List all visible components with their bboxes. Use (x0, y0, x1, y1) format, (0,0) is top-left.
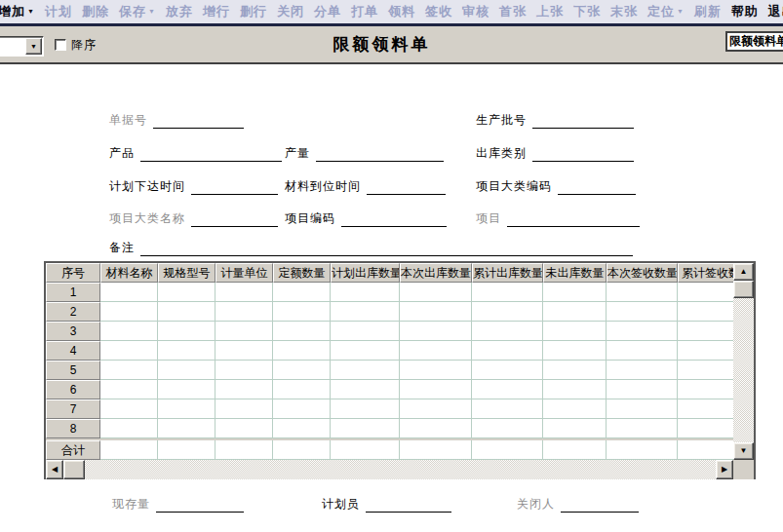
grid-cell[interactable] (400, 419, 472, 438)
grid-cell[interactable] (331, 380, 400, 399)
grid-cell[interactable] (100, 440, 158, 460)
grid-column-header[interactable]: 材料名称 (100, 263, 158, 283)
grid-column-header[interactable]: 未出库数量 (543, 263, 607, 283)
grid-cell[interactable] (215, 361, 273, 380)
scroll-left-icon[interactable]: ◀ (46, 460, 63, 479)
grid-column-header[interactable]: 序号 (46, 263, 100, 283)
grid-cell[interactable] (607, 419, 678, 438)
grid-cell[interactable] (273, 419, 331, 438)
grid-cell[interactable] (543, 361, 607, 380)
grid-cell[interactable] (100, 399, 158, 419)
grid-cell[interactable] (100, 302, 158, 322)
grid-cell[interactable] (472, 399, 543, 419)
grid-cell[interactable] (400, 302, 472, 322)
grid-cell[interactable] (607, 341, 678, 361)
grid-column-header[interactable]: 累计出库数量 (472, 263, 543, 283)
grid-row-header[interactable]: 5 (46, 361, 100, 380)
grid-cell[interactable] (158, 440, 215, 460)
grid-cell[interactable] (100, 380, 158, 399)
grid-cell[interactable] (215, 419, 273, 438)
grid-column-header[interactable]: 定额数量 (273, 263, 331, 283)
planner-input[interactable] (366, 499, 451, 513)
scroll-right-icon[interactable]: ▶ (716, 460, 733, 479)
horizontal-scroll-thumb[interactable] (63, 460, 85, 479)
remark-input[interactable] (140, 243, 633, 256)
product-input[interactable] (140, 148, 282, 162)
proj-class-code-input[interactable] (558, 181, 636, 195)
grid-column-header[interactable]: 规格型号 (158, 263, 215, 283)
output-input[interactable] (316, 148, 444, 162)
grid-cell[interactable] (678, 341, 733, 361)
grid-cell[interactable] (607, 380, 678, 399)
grid-column-header[interactable]: 计量单位 (215, 263, 273, 283)
grid-cell[interactable] (678, 380, 733, 399)
grid-cell[interactable] (215, 322, 273, 341)
grid-cell[interactable] (215, 302, 273, 322)
grid-column-header[interactable]: 累计签收数量 (678, 263, 733, 283)
grid-cell[interactable] (158, 283, 215, 302)
grid-row-header[interactable]: 4 (46, 341, 100, 361)
grid-cell[interactable] (273, 361, 331, 380)
grid-column-header[interactable]: 计划出库数量 (331, 263, 400, 283)
plan-time-input[interactable] (191, 181, 278, 195)
toolbar-button-21[interactable]: 退出 (763, 3, 783, 20)
grid-column-header[interactable]: 本次签收数量 (607, 263, 678, 283)
grid-cell[interactable] (331, 399, 400, 419)
vertical-scroll-track[interactable] (733, 298, 754, 442)
grid-cell[interactable] (678, 440, 733, 460)
out-type-input[interactable] (532, 148, 634, 162)
grid-cell[interactable] (158, 399, 215, 419)
grid-cell[interactable] (273, 440, 331, 460)
grid-cell[interactable] (472, 283, 543, 302)
project-input[interactable] (507, 213, 640, 227)
grid-cell[interactable] (400, 322, 472, 341)
grid-cell[interactable] (273, 341, 331, 361)
batch-no-input[interactable] (532, 115, 634, 129)
proj-class-name-input[interactable] (191, 213, 278, 227)
grid-cell[interactable] (607, 283, 678, 302)
grid-cell[interactable] (100, 341, 158, 361)
scroll-up-icon[interactable]: ▲ (733, 263, 754, 281)
grid-cell[interactable] (400, 440, 472, 460)
bill-no-input[interactable] (153, 115, 244, 129)
grid-cell[interactable] (607, 399, 678, 419)
grid-cell[interactable] (331, 302, 400, 322)
grid-cell[interactable] (607, 322, 678, 341)
grid-cell[interactable] (215, 341, 273, 361)
grid-cell[interactable] (607, 302, 678, 322)
grid-cell[interactable] (215, 440, 273, 460)
grid-cell[interactable] (543, 399, 607, 419)
grid-column-header[interactable]: 本次出库数量 (400, 263, 472, 283)
grid-cell[interactable] (215, 399, 273, 419)
grid-cell[interactable] (678, 322, 733, 341)
grid-cell[interactable] (678, 361, 733, 380)
grid-cell[interactable] (607, 440, 678, 460)
toolbar-button-1[interactable]: 增加▼ (0, 3, 40, 20)
grid-row-header[interactable]: 6 (46, 380, 100, 399)
grid-cell[interactable] (400, 361, 472, 380)
closer-input[interactable] (561, 499, 639, 513)
grid-cell[interactable] (678, 283, 733, 302)
grid-cell[interactable] (678, 399, 733, 419)
grid-row-header[interactable]: 7 (46, 399, 100, 419)
grid-cell[interactable] (400, 399, 472, 419)
grid-cell[interactable] (472, 380, 543, 399)
grid-cell[interactable] (331, 440, 400, 460)
arrive-time-input[interactable] (367, 181, 446, 195)
vertical-scroll-thumb[interactable] (733, 281, 754, 298)
grid-cell[interactable] (100, 322, 158, 341)
grid-cell[interactable] (678, 419, 733, 438)
grid-cell[interactable] (331, 283, 400, 302)
grid-cell[interactable] (472, 361, 543, 380)
grid-cell[interactable] (273, 283, 331, 302)
grid-cell[interactable] (158, 419, 215, 438)
grid-row-header[interactable]: 2 (46, 302, 100, 322)
scroll-down-icon[interactable]: ▼ (733, 442, 754, 460)
grid-cell[interactable] (158, 302, 215, 322)
grid-cell[interactable] (158, 380, 215, 399)
grid-cell[interactable] (100, 419, 158, 438)
grid-cell[interactable] (215, 380, 273, 399)
grid-cell[interactable] (158, 361, 215, 380)
grid-cell[interactable] (543, 302, 607, 322)
grid-row-header[interactable]: 1 (46, 283, 100, 302)
